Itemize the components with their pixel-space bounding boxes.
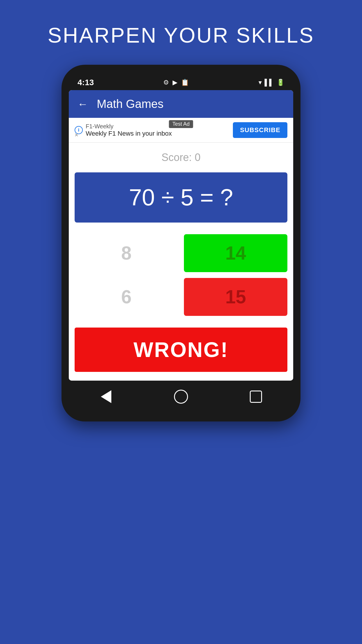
answer-option-4[interactable]: 15 [184, 278, 287, 316]
game-area: Score: 0 70 ÷ 5 = ? 8 14 6 15 WRON [69, 143, 293, 381]
page-title: SHARPEN YOUR SKILLS [48, 23, 314, 47]
status-time: 4:13 [78, 78, 94, 87]
phone-device: 4:13 ⚙ ▶ 📋 ▾ ▌▌ 🔋 ← Math Games Test Ad i… [61, 65, 301, 421]
ad-banner: Test Ad i F1-Weekly Weekly F1 News in yo… [69, 118, 293, 143]
answers-grid: 8 14 6 15 [75, 234, 287, 316]
app-header: ← Math Games [69, 90, 293, 118]
ad-close-button[interactable]: × [75, 131, 78, 139]
play-icon: ▶ [173, 79, 178, 86]
ad-label: Test Ad [169, 120, 193, 128]
gear-icon: ⚙ [163, 79, 169, 86]
ad-left: i F1-Weekly Weekly F1 News in your inbox [75, 123, 172, 137]
battery-icon: 🔋 [277, 79, 284, 86]
wifi-icon: ▾ [259, 79, 262, 86]
answer-option-2[interactable]: 14 [184, 234, 287, 272]
score-display: Score: 0 [161, 151, 201, 164]
answer-option-3[interactable]: 6 [75, 278, 178, 316]
ad-text: F1-Weekly Weekly F1 News in your inbox [86, 123, 172, 137]
clipboard-icon: 📋 [181, 79, 189, 86]
equation-box: 70 ÷ 5 = ? [75, 172, 287, 223]
equation-text: 70 ÷ 5 = ? [129, 184, 233, 210]
ad-description: Weekly F1 News in your inbox [86, 130, 172, 137]
answer-option-1[interactable]: 8 [75, 234, 178, 272]
ad-source: F1-Weekly [86, 123, 172, 130]
phone-bottom-nav [69, 384, 293, 407]
status-icons-right: ▾ ▌▌ 🔋 [259, 79, 284, 86]
status-bar: 4:13 ⚙ ▶ 📋 ▾ ▌▌ 🔋 [69, 74, 293, 90]
nav-recents-button[interactable] [249, 389, 263, 404]
nav-home-button[interactable] [174, 389, 188, 404]
back-button[interactable]: ← [78, 98, 88, 110]
subscribe-button[interactable]: SUBSCRIBE [233, 122, 287, 138]
result-banner: WRONG! [75, 328, 287, 372]
result-text: WRONG! [133, 338, 229, 361]
nav-back-button[interactable] [99, 389, 113, 404]
phone-screen: ← Math Games Test Ad i F1-Weekly Weekly … [69, 90, 293, 381]
signal-icon: ▌▌ [265, 79, 274, 86]
app-title: Math Games [97, 97, 164, 111]
status-icons-left: ⚙ ▶ 📋 [163, 79, 189, 86]
